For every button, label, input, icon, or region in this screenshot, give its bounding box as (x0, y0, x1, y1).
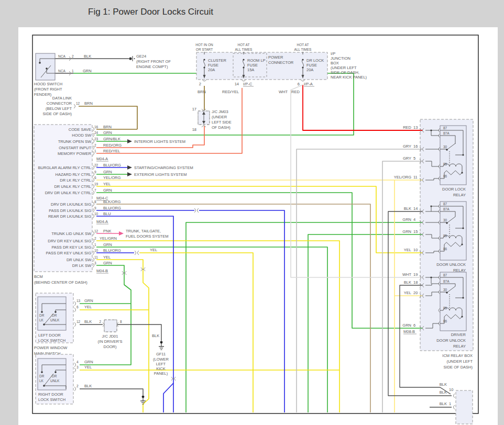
wire-color-label: BLK (404, 280, 411, 285)
pin-number: 4 (76, 360, 79, 364)
pin-number: 1 (72, 69, 74, 73)
pin-number: 18 (192, 127, 196, 132)
ip-connector-id: I/P-C (243, 82, 253, 86)
component-label: ICM RELAY BOX (442, 353, 473, 358)
component-label: POWER WINDOW (34, 345, 68, 350)
pin-number: 11 (94, 255, 98, 259)
wire-color-label: GRN (402, 229, 411, 234)
relay-pin: 30 (443, 288, 447, 292)
ip-box-label: JUNCTION (331, 56, 350, 61)
component-label: OF DASH) (212, 125, 231, 130)
relay-name: RELAY (453, 193, 466, 197)
wire-color-label: BLU/ORG (103, 248, 121, 253)
relay-name: DOOR UNLOCK (436, 338, 466, 343)
pin-number: 13 (413, 125, 418, 130)
component-label: BCM (34, 274, 43, 279)
ground-icon (142, 396, 145, 398)
fuse-label: 20A (306, 68, 313, 72)
ip-box-label: NEAR KICK PANEL) (331, 75, 367, 80)
component-label: J/C JD01 (102, 334, 118, 339)
wire-color-label: YEL (103, 255, 111, 260)
component-label: HOOD SWITCH (34, 82, 62, 86)
wire-color-label: BLK (84, 384, 92, 388)
pin-number: 7 (94, 188, 96, 192)
component-label: (BEHIND CENTER OF DASH) (34, 280, 87, 285)
relay-name: RELAY (453, 268, 466, 273)
pin-number: 8 (120, 320, 122, 323)
contact-label: LK (39, 318, 44, 322)
component-label: (IN DRIVER'S (98, 339, 123, 344)
pin-number: 1 (94, 243, 96, 247)
wire-color-label: BLK (404, 206, 411, 211)
jd01-box (104, 320, 117, 332)
pin-number: 6 (413, 323, 415, 328)
power-connector-label: CONNECTOR (268, 60, 294, 65)
hot-label: HOT IN ON (195, 43, 213, 47)
bcm-row-name: ON/START INPUT (59, 146, 91, 150)
component-label: (UNDER LEFT (446, 359, 473, 364)
system-ref-label: TRUNK, TAILGATE, (126, 229, 161, 233)
wire-color-label: GRN (103, 242, 112, 247)
relay-pin: 87A (443, 131, 450, 135)
bcm-connector-id: M04-A (96, 156, 108, 161)
relay-name: DOOR LOCK (442, 187, 466, 192)
pin-number: 23 (94, 137, 98, 141)
wire-color-label: YEL (404, 290, 411, 295)
ip-box-label: SIDE OF DASH, (331, 70, 359, 75)
nca-label: NCA (58, 54, 65, 58)
wire-color-label: BLK (440, 401, 447, 406)
component-label: CONNECTOR (47, 101, 72, 106)
wire-color-label: GRN (84, 360, 93, 364)
component-label: RIGHT DOOR (38, 392, 63, 397)
bcm-row-name: HOOD SW (72, 133, 92, 138)
wire-color-label: YEL/GRN (100, 236, 117, 241)
pin-number: 1 (449, 401, 451, 406)
pin-number: 16 (94, 125, 98, 129)
relay-pin: 86 (443, 319, 447, 323)
bcm-row-name: HAZARD RLY CTRL (56, 172, 92, 177)
bcm-row-name: DRV DR KEY UNLK SIG (48, 239, 91, 243)
component-label: (BELOW LEFT (46, 106, 72, 111)
ip-pin: 2 (199, 82, 201, 86)
power-connector-label: POWER (268, 55, 283, 60)
bcm-row-name: PASS DR KEY LK SIG (51, 245, 91, 250)
wire-color-label: BLK (440, 390, 447, 395)
ip-box-label: BOX (331, 61, 339, 65)
wire-color-label: GRN (103, 130, 112, 135)
hot-label: ALL TIMES (235, 48, 253, 51)
pin-number: 14 (413, 206, 418, 211)
pin-number: 9 (94, 206, 96, 210)
hood-switch-box (36, 53, 55, 80)
wire-color-label: GRN (402, 217, 411, 222)
pin-number: 2 (76, 384, 79, 388)
pin-number: 3 (94, 261, 96, 265)
relay-pin: 85 (443, 234, 447, 238)
wiring-diagram-page: Fig 1: Power Door Locks Circuit HOT IN O… (0, 0, 504, 425)
system-ref-label: EXTERIOR LIGHTS SYSTEM (134, 172, 187, 177)
wire-color-label: YEL/ORG (103, 175, 121, 180)
pin-number: 5 (413, 156, 415, 161)
pin-number: 4 (413, 217, 415, 222)
ip-box-label: I/P (331, 51, 335, 56)
relay-pin: 30 (443, 218, 447, 222)
bcm-row-name: CODE SAVE (69, 127, 91, 132)
wire-color-label: BLK (152, 333, 159, 338)
bcm-row-name: DRV DR UNLK RLY CTRL (45, 191, 91, 195)
relay-pin: 87A (443, 207, 450, 211)
relay-name: DRIVER (451, 332, 466, 337)
wire-color-label: GRN (402, 323, 411, 328)
relay-name: DOOR UNLOCK (436, 262, 466, 267)
fuse-label: DR LOCK (306, 58, 324, 63)
component-label: SIDE OF DASH) (444, 365, 473, 370)
ground-ref-label: GF11 (156, 352, 166, 356)
pin-number: 19 (94, 182, 98, 186)
ground-ref-label: GE24 (136, 54, 146, 59)
pin-number: 10 (449, 387, 453, 392)
wire-color-label: GRN (84, 298, 93, 303)
ge24-dot (134, 58, 135, 59)
ip-pin: 14 (235, 82, 239, 86)
pin-number: 15 (413, 229, 418, 234)
pin-number: 10 (413, 248, 418, 252)
wire-color-label: BLU (103, 211, 111, 216)
pin-number: 20 (413, 290, 418, 295)
